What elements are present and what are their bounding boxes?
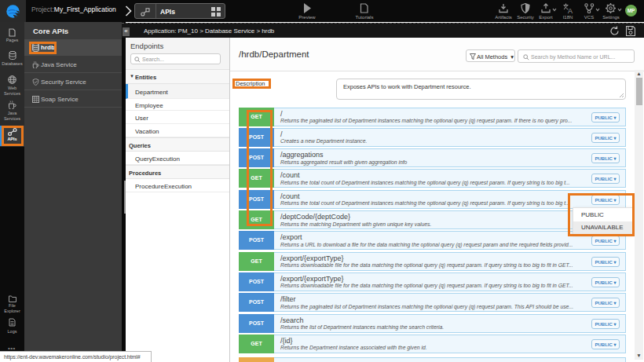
svg-text:A: A bbox=[568, 7, 573, 14]
